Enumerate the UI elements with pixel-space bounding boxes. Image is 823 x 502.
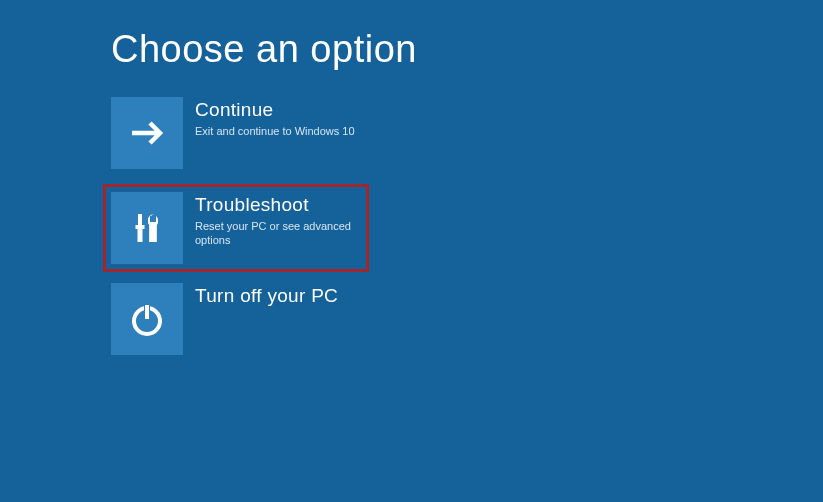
option-troubleshoot-text: Troubleshoot Reset your PC or see advanc… (183, 192, 361, 247)
option-troubleshoot[interactable]: Troubleshoot Reset your PC or see advanc… (103, 184, 369, 272)
option-continue-title: Continue (195, 99, 355, 122)
options-list: Continue Exit and continue to Windows 10… (0, 97, 823, 355)
option-turnoff-text: Turn off your PC (183, 283, 338, 310)
svg-rect-1 (136, 225, 145, 229)
page-title: Choose an option (0, 0, 823, 71)
option-troubleshoot-title: Troubleshoot (195, 194, 361, 217)
option-troubleshoot-desc: Reset your PC or see advanced options (195, 219, 361, 248)
option-continue-text: Continue Exit and continue to Windows 10 (183, 97, 355, 138)
option-turnoff-title: Turn off your PC (195, 285, 338, 308)
option-continue[interactable]: Continue Exit and continue to Windows 10 (111, 97, 366, 169)
arrow-right-icon (111, 97, 183, 169)
tools-icon (111, 192, 183, 264)
svg-rect-0 (138, 214, 142, 225)
svg-rect-2 (138, 229, 143, 242)
option-turnoff[interactable]: Turn off your PC (111, 283, 366, 355)
option-continue-desc: Exit and continue to Windows 10 (195, 124, 355, 138)
power-icon (111, 283, 183, 355)
